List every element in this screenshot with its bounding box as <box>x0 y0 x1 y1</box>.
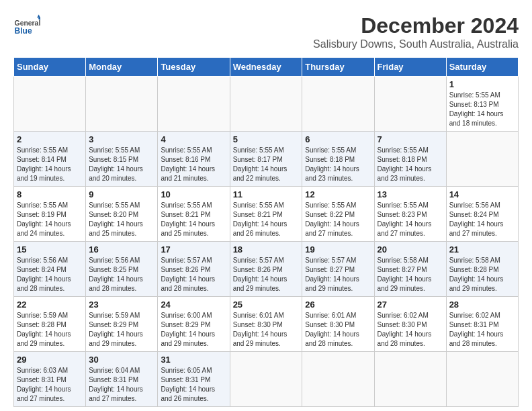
day-number: 25 <box>233 300 300 310</box>
calendar-table: SundayMondayTuesdayWednesdayThursdayFrid… <box>13 57 519 407</box>
day-info: Sunrise: 5:56 AMSunset: 8:24 PMDaylight:… <box>17 256 83 293</box>
day-info: Sunrise: 5:56 AMSunset: 8:24 PMDaylight:… <box>449 201 515 238</box>
calendar-cell: 22Sunrise: 5:59 AMSunset: 8:28 PMDayligh… <box>14 297 86 352</box>
day-info: Sunrise: 5:57 AMSunset: 8:27 PMDaylight:… <box>305 256 371 293</box>
calendar-cell <box>302 352 374 407</box>
calendar-cell: 7Sunrise: 5:55 AMSunset: 8:18 PMDaylight… <box>374 132 446 187</box>
day-info: Sunrise: 5:55 AMSunset: 8:14 PMDaylight:… <box>17 146 83 183</box>
day-info: Sunrise: 5:55 AMSunset: 8:15 PMDaylight:… <box>89 146 154 183</box>
calendar-cell <box>302 77 374 132</box>
calendar-cell: 14Sunrise: 5:56 AMSunset: 8:24 PMDayligh… <box>446 187 518 242</box>
day-number: 29 <box>17 355 83 365</box>
calendar-cell: 25Sunrise: 6:01 AMSunset: 8:30 PMDayligh… <box>230 297 302 352</box>
day-number: 14 <box>449 189 515 199</box>
day-info: Sunrise: 6:03 AMSunset: 8:31 PMDaylight:… <box>17 366 83 404</box>
logo-icon: General Blue <box>13 13 40 40</box>
calendar-cell <box>374 352 446 407</box>
day-number: 22 <box>17 300 83 310</box>
calendar-cell <box>230 77 302 132</box>
day-number: 18 <box>233 244 300 255</box>
day-info: Sunrise: 5:59 AMSunset: 8:29 PMDaylight:… <box>89 311 154 349</box>
week-row-2: 2Sunrise: 5:55 AMSunset: 8:14 PMDaylight… <box>14 132 519 187</box>
day-number: 9 <box>89 189 154 199</box>
header-day-saturday: Saturday <box>446 58 518 77</box>
day-number: 23 <box>89 300 154 310</box>
week-row-1: 1Sunrise: 5:55 AMSunset: 8:13 PMDaylight… <box>14 77 519 132</box>
day-number: 10 <box>161 189 226 199</box>
day-info: Sunrise: 5:56 AMSunset: 8:25 PMDaylight:… <box>89 256 154 293</box>
week-row-6: 29Sunrise: 6:03 AMSunset: 8:31 PMDayligh… <box>14 352 519 407</box>
day-number: 26 <box>305 300 371 310</box>
day-info: Sunrise: 5:57 AMSunset: 8:26 PMDaylight:… <box>161 256 226 293</box>
calendar-cell: 3Sunrise: 5:55 AMSunset: 8:15 PMDaylight… <box>86 132 158 187</box>
day-number: 5 <box>233 134 300 144</box>
day-info: Sunrise: 6:04 AMSunset: 8:31 PMDaylight:… <box>89 366 154 404</box>
calendar-cell: 8Sunrise: 5:55 AMSunset: 8:19 PMDaylight… <box>14 187 86 242</box>
calendar-cell <box>446 352 518 407</box>
calendar-cell <box>374 77 446 132</box>
day-info: Sunrise: 6:01 AMSunset: 8:30 PMDaylight:… <box>233 311 300 349</box>
day-number: 27 <box>378 300 443 310</box>
calendar-cell <box>14 77 86 132</box>
calendar-cell: 20Sunrise: 5:58 AMSunset: 8:27 PMDayligh… <box>374 242 446 297</box>
day-info: Sunrise: 6:01 AMSunset: 8:30 PMDaylight:… <box>305 311 371 349</box>
day-number: 20 <box>378 244 443 255</box>
day-info: Sunrise: 5:55 AMSunset: 8:19 PMDaylight:… <box>17 201 83 238</box>
day-info: Sunrise: 5:55 AMSunset: 8:13 PMDaylight:… <box>449 91 515 128</box>
calendar-cell: 30Sunrise: 6:04 AMSunset: 8:31 PMDayligh… <box>86 352 158 407</box>
day-number: 13 <box>378 189 443 199</box>
day-number: 11 <box>233 189 300 199</box>
day-info: Sunrise: 5:57 AMSunset: 8:26 PMDaylight:… <box>233 256 300 293</box>
calendar-cell: 21Sunrise: 5:58 AMSunset: 8:28 PMDayligh… <box>446 242 518 297</box>
calendar-cell: 31Sunrise: 6:05 AMSunset: 8:31 PMDayligh… <box>158 352 230 407</box>
day-number: 28 <box>449 300 515 310</box>
day-number: 16 <box>89 244 154 255</box>
svg-text:Blue: Blue <box>15 26 32 36</box>
calendar-cell <box>230 352 302 407</box>
title-section: December 2024 Salisbury Downs, South Aus… <box>313 13 519 50</box>
calendar-cell: 27Sunrise: 6:02 AMSunset: 8:30 PMDayligh… <box>374 297 446 352</box>
day-number: 7 <box>378 134 443 144</box>
week-row-3: 8Sunrise: 5:55 AMSunset: 8:19 PMDaylight… <box>14 187 519 242</box>
header-day-sunday: Sunday <box>14 58 86 77</box>
calendar-cell: 23Sunrise: 5:59 AMSunset: 8:29 PMDayligh… <box>86 297 158 352</box>
day-info: Sunrise: 6:00 AMSunset: 8:29 PMDaylight:… <box>161 311 226 349</box>
calendar-cell: 4Sunrise: 5:55 AMSunset: 8:16 PMDaylight… <box>158 132 230 187</box>
day-number: 15 <box>17 244 83 255</box>
day-number: 12 <box>305 189 371 199</box>
calendar-cell: 11Sunrise: 5:55 AMSunset: 8:21 PMDayligh… <box>230 187 302 242</box>
day-info: Sunrise: 5:55 AMSunset: 8:21 PMDaylight:… <box>233 201 300 238</box>
calendar-cell: 16Sunrise: 5:56 AMSunset: 8:25 PMDayligh… <box>86 242 158 297</box>
week-row-4: 15Sunrise: 5:56 AMSunset: 8:24 PMDayligh… <box>14 242 519 297</box>
day-number: 19 <box>305 244 371 255</box>
header-row: SundayMondayTuesdayWednesdayThursdayFrid… <box>14 58 519 77</box>
calendar-cell: 10Sunrise: 5:55 AMSunset: 8:21 PMDayligh… <box>158 187 230 242</box>
day-info: Sunrise: 5:55 AMSunset: 8:18 PMDaylight:… <box>378 146 443 183</box>
day-number: 2 <box>17 134 83 144</box>
header-day-friday: Friday <box>374 58 446 77</box>
logo: General Blue <box>13 13 43 40</box>
header-day-tuesday: Tuesday <box>158 58 230 77</box>
calendar-cell: 2Sunrise: 5:55 AMSunset: 8:14 PMDaylight… <box>14 132 86 187</box>
day-number: 6 <box>305 134 371 144</box>
calendar-cell: 24Sunrise: 6:00 AMSunset: 8:29 PMDayligh… <box>158 297 230 352</box>
day-info: Sunrise: 6:02 AMSunset: 8:30 PMDaylight:… <box>378 311 443 349</box>
calendar-cell <box>86 77 158 132</box>
calendar-cell: 6Sunrise: 5:55 AMSunset: 8:18 PMDaylight… <box>302 132 374 187</box>
calendar-cell: 26Sunrise: 6:01 AMSunset: 8:30 PMDayligh… <box>302 297 374 352</box>
day-info: Sunrise: 6:02 AMSunset: 8:31 PMDaylight:… <box>449 311 515 349</box>
day-info: Sunrise: 5:55 AMSunset: 8:23 PMDaylight:… <box>378 201 443 238</box>
calendar-cell: 28Sunrise: 6:02 AMSunset: 8:31 PMDayligh… <box>446 297 518 352</box>
day-number: 30 <box>89 355 154 365</box>
day-info: Sunrise: 5:55 AMSunset: 8:20 PMDaylight:… <box>89 201 154 238</box>
day-number: 8 <box>17 189 83 199</box>
calendar-cell: 9Sunrise: 5:55 AMSunset: 8:20 PMDaylight… <box>86 187 158 242</box>
calendar-cell: 13Sunrise: 5:55 AMSunset: 8:23 PMDayligh… <box>374 187 446 242</box>
main-title: December 2024 <box>313 13 519 38</box>
calendar-cell: 5Sunrise: 5:55 AMSunset: 8:17 PMDaylight… <box>230 132 302 187</box>
day-number: 21 <box>449 244 515 255</box>
calendar-cell: 19Sunrise: 5:57 AMSunset: 8:27 PMDayligh… <box>302 242 374 297</box>
day-info: Sunrise: 5:58 AMSunset: 8:27 PMDaylight:… <box>378 256 443 293</box>
day-info: Sunrise: 5:59 AMSunset: 8:28 PMDaylight:… <box>17 311 83 349</box>
calendar-cell: 29Sunrise: 6:03 AMSunset: 8:31 PMDayligh… <box>14 352 86 407</box>
